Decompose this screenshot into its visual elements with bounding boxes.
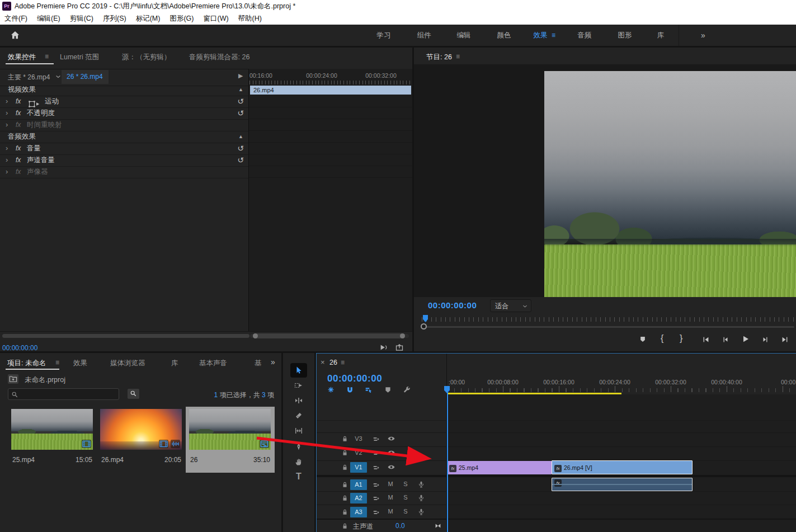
video-effects-header[interactable]: 视频效果 ▲ — [0, 84, 248, 96]
effect-row-channel-volume[interactable]: › fx 声道音量 ↺ — [0, 154, 248, 167]
lock-icon[interactable] — [341, 435, 348, 442]
chevron-down-icon[interactable] — [55, 72, 62, 80]
tab-lumetri-scopes[interactable]: Lumetri 范围 — [60, 53, 99, 62]
ec-playhead-timecode[interactable]: 00:00:00:00 — [2, 344, 37, 351]
go-to-out-icon[interactable] — [781, 335, 789, 343]
fx-badge-icon[interactable]: fx — [16, 154, 21, 166]
tab-sequence-26[interactable]: 26 — [329, 359, 337, 366]
effect-row-volume[interactable]: › fx 音量 ↺ — [0, 143, 248, 155]
clip-name[interactable]: 26.mp4 — [101, 456, 124, 464]
workspace-tab-effects[interactable]: 效果 — [534, 25, 548, 46]
menu-item-markers[interactable]: 标记(M) — [136, 14, 161, 23]
navigate-up-icon[interactable] — [8, 374, 18, 384]
timeline-clip-25mp4[interactable]: fx25.mp4 — [447, 461, 552, 474]
lock-icon[interactable] — [341, 508, 348, 516]
eye-icon[interactable] — [387, 449, 395, 457]
reset-effect-icon[interactable]: ↺ — [237, 154, 244, 166]
mute-button[interactable]: M — [386, 494, 395, 501]
project-item-sequence-26[interactable]: 26 35:10 — [186, 407, 275, 473]
mute-button[interactable]: M — [386, 481, 395, 487]
tab-effects[interactable]: 效果 — [73, 359, 87, 368]
hand-tool-icon[interactable] — [283, 458, 314, 467]
solo-button[interactable]: S — [401, 481, 410, 487]
effect-row-opacity[interactable]: › fx 不透明度 ↺ — [0, 107, 248, 120]
expand-icon[interactable]: › — [6, 154, 8, 166]
sync-lock-icon[interactable] — [373, 463, 380, 472]
selection-tool-icon[interactable] — [283, 366, 314, 375]
expand-icon[interactable]: › — [6, 95, 8, 107]
tab-source-monitor[interactable]: 源：（无剪辑） — [122, 53, 171, 62]
menu-item-sequence[interactable]: 序列(S) — [103, 14, 126, 23]
ec-zoom-scrollbar-thumb[interactable] — [253, 333, 405, 338]
clip-thumbnail[interactable] — [100, 409, 182, 450]
home-icon[interactable] — [10, 30, 21, 41]
sequence-name[interactable]: 26 — [190, 456, 197, 464]
lock-icon[interactable] — [341, 494, 348, 502]
clip-thumbnail[interactable] — [11, 409, 93, 450]
audio-effects-header[interactable]: 音频效果 ▲ — [0, 131, 248, 143]
snap-magnet-icon[interactable] — [346, 386, 354, 394]
effect-row-panner[interactable]: › fx 声像器 — [0, 166, 248, 178]
workspace-overflow-icon[interactable]: » — [701, 25, 705, 46]
breadcrumb[interactable]: 未命名.prproj — [25, 375, 65, 385]
expand-icon[interactable]: › — [6, 142, 8, 154]
timeline-timecode[interactable]: 00:00:00:00 — [327, 373, 382, 384]
export-frame-icon[interactable] — [395, 343, 404, 351]
tab-libraries[interactable]: 库 — [171, 359, 178, 368]
workspace-tab-effects-menu-icon[interactable]: ≡ — [552, 25, 555, 46]
lock-icon[interactable] — [341, 463, 348, 471]
eye-icon[interactable] — [387, 435, 395, 443]
timeline-clip-26mp4-video[interactable]: fx26.mp4 [V] — [552, 460, 693, 474]
step-back-icon[interactable] — [722, 335, 729, 343]
workspace-tab-graphics[interactable]: 图形 — [618, 25, 632, 46]
razor-tool-icon[interactable] — [283, 411, 314, 420]
lock-icon[interactable] — [341, 481, 348, 488]
tab-audio-clip-mixer[interactable]: 音频剪辑混合器: 26 — [189, 53, 249, 62]
track-select-forward-tool-icon[interactable] — [283, 381, 314, 390]
master-volume-value[interactable]: 0.0 — [395, 522, 405, 530]
sync-lock-icon[interactable] — [373, 449, 380, 457]
search-bin-icon[interactable] — [128, 389, 139, 399]
panel-menu-icon[interactable]: ≡ — [55, 359, 59, 366]
close-tab-icon[interactable]: × — [321, 358, 325, 366]
go-to-in-icon[interactable] — [702, 335, 710, 343]
sequence-clip-label[interactable]: 26 * 26.mp4 — [67, 73, 103, 81]
mark-out-icon[interactable]: } — [680, 333, 682, 343]
linked-selection-icon[interactable] — [365, 386, 373, 394]
project-item-25mp4[interactable]: 25.mp4 15:05 — [8, 407, 97, 473]
program-timecode[interactable]: 00:00:00:00 — [428, 300, 477, 310]
workspace-tab-editing[interactable]: 编辑 — [457, 25, 471, 46]
clip-name[interactable]: 25.mp4 — [12, 456, 35, 464]
sequence-thumbnail[interactable] — [189, 409, 271, 450]
lock-icon[interactable] — [341, 449, 348, 456]
mic-voiceover-icon[interactable] — [417, 493, 425, 502]
ec-left-scrollbar[interactable] — [2, 334, 249, 338]
solo-button[interactable]: S — [401, 494, 410, 501]
type-tool-icon[interactable]: T — [283, 472, 314, 482]
zoom-level-select[interactable]: 适合 — [490, 299, 531, 312]
expand-icon[interactable]: › — [6, 119, 8, 130]
tab-media-browser[interactable]: 媒体浏览器 — [110, 359, 145, 368]
sync-lock-icon[interactable] — [373, 508, 380, 516]
search-box[interactable] — [8, 388, 119, 400]
program-ruler-ticks[interactable] — [422, 317, 794, 322]
solo-button[interactable]: S — [401, 508, 410, 515]
track-label-a3[interactable]: A3 — [350, 507, 367, 517]
ec-ruler-ticks[interactable] — [249, 81, 411, 84]
effect-row-motion[interactable]: › fx 运动 ↺ — [0, 96, 248, 108]
timeline-settings-wrench-icon[interactable] — [403, 386, 411, 394]
expand-icon[interactable]: › — [6, 107, 8, 119]
sync-lock-icon[interactable] — [373, 494, 380, 502]
workspace-tab-assembly[interactable]: 组件 — [417, 25, 431, 46]
panel-overflow-icon[interactable]: » — [271, 357, 275, 366]
fx-badge-icon[interactable]: fx — [16, 96, 21, 107]
expand-icon[interactable]: › — [6, 166, 8, 177]
track-label-a2[interactable]: A2 — [350, 493, 367, 503]
collapse-icon[interactable]: ▲ — [238, 84, 243, 96]
ec-zoom-handle-left[interactable] — [253, 333, 258, 338]
master-clip-label[interactable]: 主要 * 26.mp4 — [8, 73, 50, 82]
reset-effect-icon[interactable]: ↺ — [237, 107, 244, 119]
slip-tool-icon[interactable] — [283, 426, 314, 435]
meter-icon[interactable] — [434, 521, 442, 530]
sync-lock-icon[interactable] — [373, 435, 380, 443]
